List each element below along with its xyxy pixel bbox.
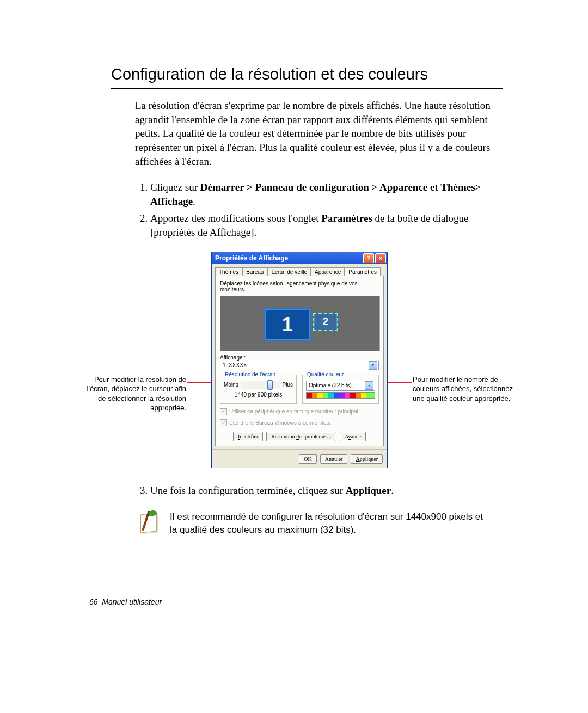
step-1-text-c: . (193, 196, 195, 207)
help-button[interactable]: ? (363, 253, 374, 263)
checkbox-icon: ✓ (220, 419, 227, 426)
page-number: 66 (89, 598, 98, 606)
close-button[interactable]: × (375, 253, 386, 263)
step-1-bold: Démarrer > Panneau de configuration > Ap… (150, 181, 481, 207)
monitor-arrangement[interactable]: 1 2 (220, 296, 380, 351)
tab-screensaver[interactable]: Écran de veille (267, 267, 311, 276)
display-properties-dialog: Propriétés de Affichage ? × Thèmes Burea… (211, 252, 388, 468)
tabs: Thèmes Bureau Écran de veille Apparence … (215, 267, 384, 276)
note: Il est recommandé de configurer la résol… (139, 510, 506, 537)
step-1-text-a: Cliquez sur (150, 181, 200, 193)
step-3-text-c: . (391, 485, 394, 496)
group-color-quality: Qualité couleur Optimale (32 bits) ▾ (302, 375, 379, 404)
advanced-button[interactable]: Avancé (340, 432, 366, 441)
ok-button[interactable]: OK (299, 454, 316, 464)
callout-left: Pour modifier la résolution de l'écran, … (83, 375, 186, 413)
checkbox-primary-label: Utiliser ce périphérique en tant que mon… (229, 409, 360, 415)
identify-button[interactable]: Identifier (233, 432, 263, 441)
tab-settings[interactable]: Paramètres (345, 267, 381, 276)
monitor-2[interactable]: 2 (313, 313, 338, 331)
arrange-instruction: Déplacez les icônes selon l'agencement p… (220, 281, 379, 292)
slider-thumb[interactable] (267, 380, 273, 390)
dialog-body: Thèmes Bureau Écran de veille Apparence … (212, 264, 387, 449)
dialog-footer-buttons: OK Annuler Appliquer (212, 449, 387, 468)
tab-appearance[interactable]: Apparence (311, 267, 345, 276)
page: Configuration de la résolution et des co… (0, 0, 588, 713)
step-2: Apportez des modifications sous l'onglet… (150, 211, 510, 239)
note-icon (139, 510, 160, 532)
color-spectrum (306, 392, 375, 399)
chevron-down-icon[interactable]: ▾ (365, 381, 373, 390)
steps-list-continued: Une fois la configuration terminée, cliq… (135, 484, 510, 498)
display-select[interactable]: 1. XXXXX ▾ (220, 361, 379, 370)
step-2-text-a: Apportez des modifications sous l'onglet (150, 212, 321, 224)
resolution-slider[interactable] (241, 381, 280, 389)
slider-less-label: Moins (224, 382, 238, 388)
tab-bureau[interactable]: Bureau (242, 267, 267, 276)
troubleshoot-button[interactable]: Résolution des problèmes... (266, 432, 336, 441)
dialog-title: Propriétés de Affichage (215, 254, 362, 262)
step-3-bold: Appliquer (346, 485, 391, 496)
cancel-button[interactable]: Annuler (320, 454, 348, 464)
figure: Pour modifier la résolution de l'écran, … (91, 252, 483, 468)
tab-panel-settings: Déplacez les icônes selon l'agencement p… (215, 276, 384, 446)
steps-list: Cliquez sur Démarrer > Panneau de config… (135, 180, 510, 240)
tab-themes[interactable]: Thèmes (215, 267, 242, 276)
apply-button[interactable]: Appliquer (351, 454, 383, 464)
group-resolution-title: Résolution de l'écran (224, 371, 277, 377)
section-heading: Configuration de la résolution et des co… (111, 65, 503, 89)
step-3-text-a: Une fois la configuration terminée, cliq… (150, 485, 346, 496)
checkbox-extend-label: Étendre le Bureau Windows à ce moniteur. (229, 420, 333, 426)
step-3: Une fois la configuration terminée, cliq… (150, 484, 510, 498)
monitor-1[interactable]: 1 (264, 308, 311, 341)
step-2-bold: Paramètres (321, 212, 372, 224)
display-label: Affichage : (220, 355, 379, 361)
group-color-title: Qualité couleur (306, 371, 345, 377)
note-text: Il est recommandé de configurer la résol… (170, 510, 491, 537)
color-quality-value: Optimale (32 bits) (309, 382, 352, 388)
checkbox-icon: ✓ (220, 408, 227, 415)
display-select-value: 1. XXXXX (223, 362, 247, 368)
checkbox-primary-monitor: ✓ Utiliser ce périphérique en tant que m… (220, 408, 379, 415)
checkbox-extend-desktop: ✓ Étendre le Bureau Windows à ce moniteu… (220, 419, 379, 426)
slider-more-label: Plus (283, 382, 293, 388)
callout-right: Pour modifier le nombre de couleurs affi… (413, 375, 516, 404)
page-footer: 66 Manuel utilisateur (89, 598, 162, 606)
group-resolution: Résolution de l'écran Moins Plus 1440 pa… (220, 375, 297, 404)
dialog-titlebar[interactable]: Propriétés de Affichage ? × (212, 252, 387, 264)
footer-title: Manuel utilisateur (102, 598, 162, 606)
chevron-down-icon[interactable]: ▾ (369, 361, 377, 370)
step-1: Cliquez sur Démarrer > Panneau de config… (150, 180, 510, 208)
resolution-value: 1440 par 900 pixels (224, 392, 293, 398)
color-quality-select[interactable]: Optimale (32 bits) ▾ (306, 381, 375, 391)
intro-paragraph: La résolution d'écran s'exprime par le n… (135, 99, 500, 168)
